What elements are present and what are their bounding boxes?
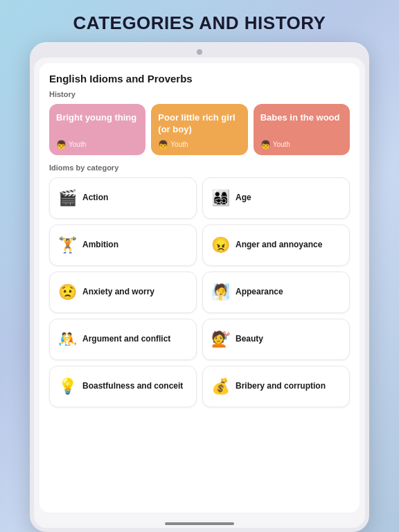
history-card-bright-young-thing[interactable]: Bright young thing 👦 Youth <box>49 104 145 155</box>
app-title: English Idioms and Proverbs <box>49 73 350 85</box>
category-card-bribery[interactable]: 💰 Bribery and corruption <box>202 366 350 407</box>
category-card-argument[interactable]: 🤼 Argument and conflict <box>49 319 197 360</box>
category-name: Age <box>236 193 251 204</box>
category-emoji: 🏋️ <box>58 236 77 254</box>
history-card-poor-little-rich-girl[interactable]: Poor little rich girl (or boy) 👦 Youth <box>151 104 247 155</box>
badge-emoji: 👦 <box>158 140 168 150</box>
categories-grid: 🎬 Action 👨‍👩‍👧‍👦 Age 🏋️ Ambition 😠 Anger… <box>49 177 350 407</box>
category-emoji: 😟 <box>58 283 77 301</box>
category-card-action[interactable]: 🎬 Action <box>49 177 197 219</box>
category-card-anxiety[interactable]: 😟 Anxiety and worry <box>49 272 197 313</box>
category-card-ambition[interactable]: 🏋️ Ambition <box>49 224 197 266</box>
category-name: Argument and conflict <box>82 334 170 345</box>
history-card-babes-in-wood[interactable]: Babes in the wood 👦 Youth <box>254 104 350 155</box>
category-emoji: 👨‍👩‍👧‍👦 <box>211 189 230 207</box>
category-emoji: 🧖 <box>211 283 230 301</box>
category-emoji: 😠 <box>211 236 230 254</box>
badge-text: Youth <box>69 141 86 148</box>
camera-dot <box>197 49 202 55</box>
category-emoji: 💰 <box>211 378 230 396</box>
category-name: Bribery and corruption <box>236 381 326 392</box>
history-card-title: Poor little rich girl (or boy) <box>158 112 240 136</box>
history-card-badge: 👦 Youth <box>56 140 139 150</box>
category-card-age[interactable]: 👨‍👩‍👧‍👦 Age <box>202 177 350 219</box>
category-name: Boastfulness and conceit <box>82 381 183 392</box>
page-title: CATEGORIES AND HISTORY <box>66 0 333 42</box>
app-content: English Idioms and Proverbs History Brig… <box>39 63 360 513</box>
history-card-badge: 👦 Youth <box>260 140 343 150</box>
history-card-badge: 👦 Youth <box>158 140 240 150</box>
category-card-anger[interactable]: 😠 Anger and annoyance <box>202 224 350 266</box>
category-card-beauty[interactable]: 💇 Beauty <box>202 319 350 360</box>
category-emoji: 🎬 <box>58 189 77 207</box>
category-name: Appearance <box>236 287 283 298</box>
category-emoji: 💡 <box>58 378 77 396</box>
category-name: Beauty <box>236 334 263 345</box>
badge-emoji: 👦 <box>260 140 271 150</box>
tablet-screen: English Idioms and Proverbs History Brig… <box>34 57 365 528</box>
home-indicator <box>165 522 234 525</box>
category-name: Anger and annoyance <box>236 240 322 251</box>
history-label: History <box>49 90 350 98</box>
badge-text: Youth <box>273 141 290 148</box>
category-name: Anxiety and worry <box>82 287 154 298</box>
badge-emoji: 👦 <box>56 140 66 150</box>
category-card-appearance[interactable]: 🧖 Appearance <box>202 272 350 313</box>
history-row: Bright young thing 👦 Youth Poor little r… <box>49 104 350 155</box>
categories-label: Idioms by category <box>49 163 350 172</box>
history-card-title: Babes in the wood <box>260 112 343 136</box>
category-emoji: 💇 <box>211 330 230 348</box>
badge-text: Youth <box>170 141 188 148</box>
category-name: Action <box>82 193 108 204</box>
category-card-boastfulness[interactable]: 💡 Boastfulness and conceit <box>49 366 197 407</box>
category-emoji: 🤼 <box>58 330 77 348</box>
history-card-title: Bright young thing <box>56 112 139 136</box>
category-name: Ambition <box>82 240 118 251</box>
tablet-frame: English Idioms and Proverbs History Brig… <box>30 42 369 532</box>
